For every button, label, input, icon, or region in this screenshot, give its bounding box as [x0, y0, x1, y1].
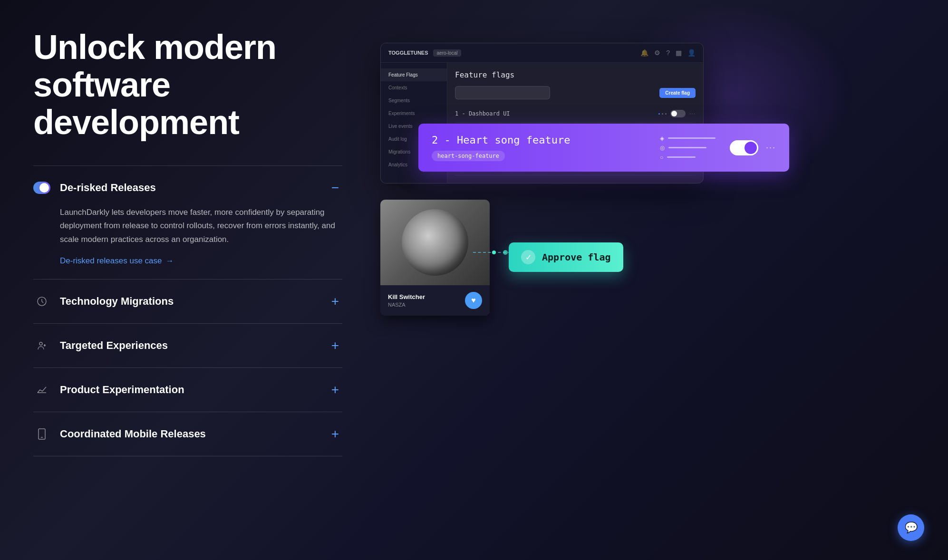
accordion-header-exp[interactable]: Product Experimentation + [33, 381, 342, 398]
heart-song-line-2: ◎ [660, 145, 716, 151]
link-text: De-risked releases use case [60, 256, 162, 266]
flag-controls: ··· [658, 110, 696, 117]
link-arrow: → [165, 256, 174, 266]
nav-segments[interactable]: Segments [381, 94, 447, 107]
accordion-content-de-risked: LaunchDarkly lets developers move faster… [33, 206, 342, 266]
accordion-header-left-exp: Product Experimentation [33, 381, 184, 398]
help-icon: ? [666, 49, 670, 57]
right-panel: TOGGLETUNES aero-local 🔔 ⚙ ? ▦ 👤 Feature… [380, 29, 915, 531]
settings-icon: ⚙ [654, 49, 660, 57]
svg-point-1 [39, 342, 42, 345]
approve-flag-card[interactable]: ✓ Approve flag [509, 242, 623, 272]
accordion-header-tech[interactable]: Technology Migrations + [33, 293, 342, 310]
left-panel: Unlock modern software development De-ri… [33, 29, 342, 531]
accordion-description: LaunchDarkly lets developers move faster… [60, 206, 342, 247]
ff-toolbar: Create flag [455, 86, 696, 99]
accordion-expand-exp[interactable]: + [328, 383, 342, 397]
nav-experiments[interactable]: Experiments [381, 107, 447, 120]
bell-icon: 🔔 [640, 49, 648, 57]
accordion-header-left: De-risked Releases [33, 179, 156, 196]
chat-bubble-button[interactable]: 💬 [898, 514, 924, 541]
heart-song-badge: heart-song-feature [432, 151, 505, 161]
music-card-image [380, 200, 490, 285]
person-icon [33, 337, 50, 354]
accordion-item-targeted[interactable]: Targeted Experiences + [33, 323, 342, 367]
grid-icon: ▦ [676, 49, 682, 57]
clock-icon [33, 293, 50, 310]
accordion-header-left-tech: Technology Migrations [33, 293, 174, 310]
toggle-icon [33, 179, 50, 196]
diamond-icon: ◈ [660, 135, 664, 142]
search-input[interactable] [455, 86, 550, 99]
app-env: aero-local [433, 49, 462, 57]
dashboard-header-left: TOGGLETUNES aero-local [388, 49, 461, 57]
heart-song-left: 2 - Heart song feature heart-song-featur… [432, 134, 646, 161]
flag-name-dashboard: 1 - Dashboard UI [455, 110, 510, 117]
music-card-info: Kill Switcher NASZA ♥ [380, 285, 490, 316]
user-icon: 👤 [687, 49, 696, 57]
accordion-expand-mobile[interactable]: + [328, 427, 342, 441]
chat-icon: 💬 [905, 521, 918, 534]
accordion-item-tech-migrations[interactable]: Technology Migrations + [33, 279, 342, 323]
moon-image [402, 209, 468, 276]
heart-song-bar-1 [668, 137, 716, 139]
flag-row-dashboard[interactable]: 1 - Dashboard UI ··· [455, 105, 696, 123]
accordion-title-targeted: Targeted Experiences [60, 339, 168, 352]
heart-song-highlight-card: 2 - Heart song feature heart-song-featur… [418, 124, 789, 172]
nav-contexts[interactable]: Contexts [381, 81, 447, 94]
music-card-text: Kill Switcher NASZA [388, 293, 425, 308]
accordion-title-de-risked: De-risked Releases [60, 182, 156, 194]
hero-title: Unlock modern software development [33, 29, 342, 142]
chart-icon [33, 381, 50, 398]
flag-toggle-dashboard[interactable] [670, 110, 686, 117]
accordion-expand-targeted[interactable]: + [328, 338, 342, 353]
connection-dot-2 [503, 250, 508, 255]
dot-icon: ○ [660, 154, 663, 161]
accordion-item-experimentation[interactable]: Product Experimentation + [33, 367, 342, 412]
accordion-header-de-risked[interactable]: De-risked Releases − [33, 179, 342, 196]
accordion-item-mobile[interactable]: Coordinated Mobile Releases + [33, 412, 342, 456]
nav-feature-flags[interactable]: Feature Flags [381, 68, 447, 81]
circle-icon: ◎ [660, 145, 665, 151]
heart-song-title: 2 - Heart song feature [432, 134, 646, 146]
de-risked-link[interactable]: De-risked releases use case → [60, 256, 174, 266]
accordion-collapse-button[interactable]: − [328, 181, 342, 195]
header-icons: 🔔 ⚙ ? ▦ 👤 [640, 49, 696, 57]
accordion-header-left-mobile: Coordinated Mobile Releases [33, 425, 206, 443]
music-card-title: Kill Switcher [388, 293, 425, 300]
music-card-artist: NASZA [388, 302, 425, 308]
like-button[interactable]: ♥ [465, 292, 482, 309]
accordion-item-de-risked[interactable]: De-risked Releases − LaunchDarkly lets d… [33, 165, 342, 280]
heart-song-menu-button[interactable]: ··· [766, 143, 776, 153]
heart-song-toggle[interactable] [730, 140, 758, 155]
approve-check-icon: ✓ [521, 250, 535, 264]
mobile-icon [33, 425, 50, 443]
accordion-header-targeted[interactable]: Targeted Experiences + [33, 337, 342, 354]
app-logo: TOGGLETUNES [388, 50, 428, 56]
heart-song-bar-3 [667, 156, 696, 158]
accordion-expand-tech[interactable]: + [328, 294, 342, 309]
approve-flag-label: Approve flag [542, 251, 611, 263]
accordion-header-mobile[interactable]: Coordinated Mobile Releases + [33, 425, 342, 443]
heart-song-line-1: ◈ [660, 135, 716, 142]
create-flag-button[interactable]: Create flag [659, 88, 696, 98]
accordion-header-left-targeted: Targeted Experiences [33, 337, 168, 354]
music-card: Kill Switcher NASZA ♥ [380, 200, 490, 316]
heart-song-center: ◈ ◎ ○ [660, 135, 716, 161]
accordion-title-exp: Product Experimentation [60, 384, 184, 396]
heart-song-line-3: ○ [660, 154, 716, 161]
feature-flags-title: Feature flags [455, 70, 696, 79]
flag-menu-dashboard[interactable]: ··· [689, 110, 696, 117]
heart-song-bar-2 [668, 147, 706, 148]
connection-dot-1 [492, 251, 496, 254]
accordion-title-tech: Technology Migrations [60, 295, 174, 308]
dashboard-header: TOGGLETUNES aero-local 🔔 ⚙ ? ▦ 👤 [381, 43, 703, 63]
accordion-title-mobile: Coordinated Mobile Releases [60, 428, 206, 440]
